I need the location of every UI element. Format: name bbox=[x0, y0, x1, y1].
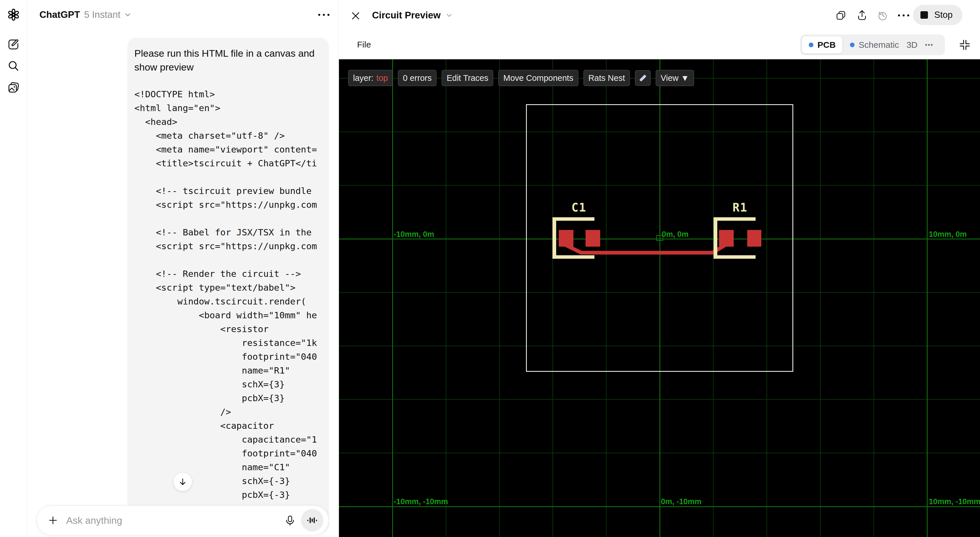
edit-traces-button[interactable]: Edit Traces bbox=[442, 70, 493, 86]
tab-pcb-label: PCB bbox=[818, 40, 835, 50]
c1-silkscreen bbox=[552, 217, 556, 259]
tab-more-label: ••• bbox=[925, 41, 933, 49]
arrow-down-icon bbox=[178, 477, 187, 486]
c1-refdes: C1 bbox=[571, 201, 586, 214]
layer-value: top bbox=[376, 73, 388, 83]
tab-schematic-label: Schematic bbox=[859, 40, 899, 50]
blue-dot-icon bbox=[809, 43, 813, 47]
new-chat-icon[interactable] bbox=[7, 38, 20, 51]
coord-label: 10mm, 0m bbox=[929, 230, 967, 239]
move-components-button[interactable]: Move Components bbox=[498, 70, 578, 86]
coord-label: 0m, 0m bbox=[662, 230, 689, 239]
app-window: ChatGPT 5 Instant Please run this HTML f… bbox=[0, 0, 980, 537]
composer bbox=[37, 505, 329, 535]
r1-refdes: R1 bbox=[733, 201, 748, 214]
coord-label: -10mm, 0m bbox=[394, 230, 434, 239]
collapse-fullscreen-icon[interactable] bbox=[959, 39, 970, 51]
coord-label: 10mm, -10mm bbox=[929, 497, 980, 506]
r1-silkscreen bbox=[714, 255, 756, 259]
c1-silkscreen bbox=[552, 217, 595, 221]
microphone-icon[interactable] bbox=[284, 515, 296, 526]
view-tabbar: PCB Schematic 3D ••• bbox=[800, 35, 945, 55]
layer-label: layer: bbox=[353, 73, 374, 83]
user-message-bubble: Please run this HTML file in a canvas an… bbox=[127, 38, 329, 533]
pencil-tool-button[interactable] bbox=[635, 70, 651, 86]
view-dropdown-button[interactable]: View ▼ bbox=[656, 70, 694, 86]
c1-pad[interactable] bbox=[585, 230, 600, 247]
errors-label: 0 errors bbox=[403, 73, 431, 83]
file-menu[interactable]: File bbox=[357, 40, 371, 49]
chat-options-menu[interactable] bbox=[318, 14, 329, 16]
chat-input[interactable] bbox=[65, 515, 280, 526]
canvas-options-menu[interactable] bbox=[898, 14, 909, 16]
voice-waveform-icon bbox=[306, 514, 318, 526]
r1-pad[interactable] bbox=[719, 230, 734, 247]
chevron-down-icon bbox=[446, 12, 453, 19]
tab-pcb[interactable]: PCB bbox=[802, 36, 842, 54]
tab-3d[interactable]: 3D bbox=[906, 40, 917, 50]
view-label: View ▼ bbox=[660, 73, 689, 83]
stop-label: Stop bbox=[934, 10, 953, 20]
pcb-trace bbox=[339, 59, 980, 537]
rats-nest-label: Rats Nest bbox=[589, 73, 625, 83]
stop-square-icon bbox=[920, 11, 928, 19]
rats-nest-button[interactable]: Rats Nest bbox=[584, 70, 630, 86]
copy-icon[interactable] bbox=[836, 10, 846, 21]
coord-label: -10mm, -10mm bbox=[394, 497, 448, 506]
blue-dot-icon bbox=[850, 43, 854, 47]
chat-panel: ChatGPT 5 Instant Please run this HTML f… bbox=[28, 0, 338, 537]
tab-more[interactable]: ••• bbox=[925, 41, 933, 49]
sidebar bbox=[0, 0, 28, 537]
tab-3d-label: 3D bbox=[906, 40, 917, 50]
c1-pad[interactable] bbox=[559, 230, 573, 247]
r1-silkscreen bbox=[714, 217, 756, 221]
stop-button[interactable]: Stop bbox=[913, 5, 963, 25]
edit-traces-label: Edit Traces bbox=[447, 73, 488, 83]
share-icon[interactable] bbox=[857, 10, 867, 21]
voice-mode-button[interactable] bbox=[301, 509, 323, 532]
close-canvas-icon[interactable] bbox=[351, 11, 361, 21]
canvas-title-dropdown[interactable]: Circuit Preview bbox=[372, 10, 453, 21]
app-title: ChatGPT bbox=[40, 9, 80, 20]
move-components-label: Move Components bbox=[503, 73, 573, 83]
tab-schematic[interactable]: Schematic bbox=[850, 40, 899, 50]
canvas-title: Circuit Preview bbox=[372, 10, 441, 21]
code-block: <!DOCTYPE html> <html lang="en"> <head> … bbox=[134, 87, 322, 515]
scroll-to-bottom-button[interactable] bbox=[173, 472, 192, 491]
pcb-toolbar: layer: top 0 errors Edit Traces Move Com… bbox=[348, 70, 694, 86]
r1-pad[interactable] bbox=[747, 230, 761, 247]
plus-icon[interactable] bbox=[48, 515, 58, 526]
c1-silkscreen bbox=[552, 255, 595, 259]
pencil-icon bbox=[638, 74, 647, 82]
library-images-icon[interactable] bbox=[7, 81, 20, 94]
user-message-text: Please run this HTML file in a canvas an… bbox=[134, 46, 318, 74]
chevron-down-icon bbox=[124, 11, 132, 18]
model-selector[interactable]: ChatGPT 5 Instant bbox=[40, 9, 132, 20]
pcb-viewport[interactable]: C1 R1 -10mm, 0m 0m, 0m 10mm, 0m -10mm, -… bbox=[339, 59, 980, 537]
openai-logo-icon bbox=[7, 8, 20, 21]
model-name: 5 Instant bbox=[84, 9, 121, 20]
coord-label: 0m, -10mm bbox=[661, 497, 702, 506]
search-icon[interactable] bbox=[7, 59, 20, 73]
history-icon[interactable] bbox=[877, 10, 888, 21]
layer-button[interactable]: layer: top bbox=[348, 70, 393, 86]
r1-silkscreen bbox=[714, 217, 717, 259]
errors-button[interactable]: 0 errors bbox=[398, 70, 436, 86]
